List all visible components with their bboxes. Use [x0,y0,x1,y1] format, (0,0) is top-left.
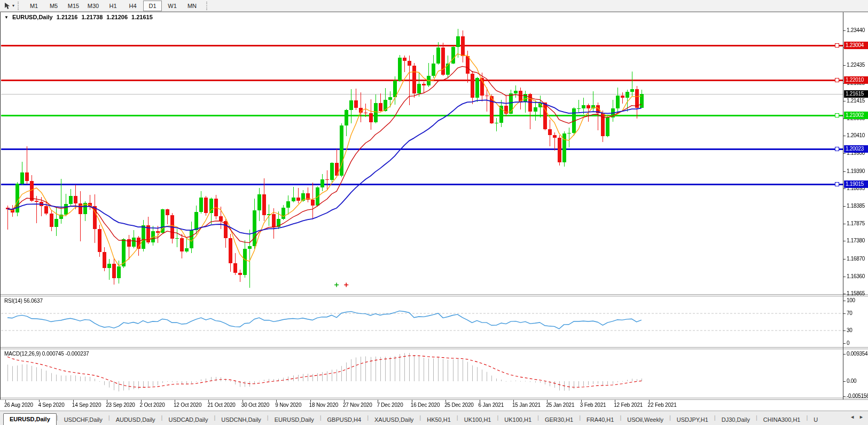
chart-tab-ger30-h1[interactable]: GER30,H1 [539,415,579,425]
timeframe-button-mn[interactable]: MN [183,1,201,11]
rsi-axis-label: 100 [847,297,855,303]
price-axis-label: 1.22435 [847,62,865,68]
chart-tab-usdcad-daily[interactable]: USDCAD,Daily [162,415,214,425]
chart-title: ▼ EURUSD,Daily 1.21216 1.21738 1.21206 1… [4,14,153,20]
timeframe-button-m30[interactable]: M30 [84,1,103,11]
price-axis-label: 1.20410 [847,132,865,138]
chart-tab-usdchf-daily[interactable]: USDCHF,Daily [58,415,108,425]
chart-tab-usdjpy-h1[interactable]: USDJPY,H1 [671,415,714,425]
macd-label: MACD(12,26,9) 0.000745 -0.000237 [4,351,89,357]
date-label: 6 Jan 2021 [479,402,504,408]
date-label: 18 Nov 2020 [309,402,339,408]
metatrader-window: ▾ M1M5M15M30H1H4D1W1MN ▼ EURUSD,Daily 1.… [0,0,868,425]
date-label: 22 Feb 2021 [648,402,677,408]
hline-price-tag[interactable]: 1.21002 [844,112,868,119]
date-label: 25 Jan 2021 [546,402,574,408]
chart-tab-gbpusd-h4[interactable]: GBPUSD,H4 [322,415,367,425]
price-axis-label: 1.17875 [847,221,865,226]
rsi-axis-label: 70 [847,310,853,316]
cursor-tool-icon[interactable] [2,2,12,10]
timeframe-button-m1[interactable]: M1 [25,1,43,11]
price-axis-label: 1.23440 [847,27,865,33]
timeframe-button-d1[interactable]: D1 [143,1,162,11]
hline-price-tag[interactable]: 1.20023 [844,145,868,153]
chart-tab-u[interactable]: U [808,415,824,425]
price-axis-label: 1.19390 [847,168,865,174]
chart-tab-uk100-h1[interactable]: UK100,H1 [498,415,537,425]
symbol-dropdown-icon[interactable]: ▼ [4,15,9,20]
tab-scroll-left-icon[interactable]: ◄ [850,414,855,420]
date-label: 21 Oct 2020 [207,402,235,408]
price-axis-label: 1.15865 [847,290,865,296]
chart-tabs-bar: EURUSD,Daily|USDCHF,Daily|AUDUSD,Daily|U… [0,411,868,425]
date-label: 14 Sep 2020 [72,402,101,408]
rsi-label: RSI(14) 56.0637 [4,298,43,304]
date-label: 4 Sep 2020 [38,402,64,408]
toolbar: ▾ M1M5M15M30H1H4D1W1MN [0,0,868,12]
date-label: 16 Dec 2020 [411,402,440,408]
price-axis-label: 1.16360 [847,273,865,279]
chart-tab-fra40-h1[interactable]: FRA40,H1 [581,415,620,425]
chart-tab-uk100-h1[interactable]: UK100,H1 [458,415,497,425]
chart-close-value: 1.21615 [131,14,153,20]
date-label: 7 Dec 2020 [377,402,403,408]
date-label: 25 Dec 2020 [444,402,474,408]
price-chart-canvas[interactable] [0,0,868,425]
date-label: 2 Oct 2020 [140,402,165,408]
macd-axis-label: 0.00 [847,378,856,384]
timeframe-button-m5[interactable]: M5 [44,1,63,11]
date-label: 9 Nov 2020 [275,402,301,408]
timeframe-button-h4[interactable]: H4 [123,1,142,11]
rsi-axis-label: 30 [847,327,853,333]
tab-scroll-right-icon[interactable]: ► [859,414,864,420]
current-price-tag: 1.21615 [844,90,868,98]
toolbar-grip-end [206,2,209,10]
date-label: 27 Nov 2020 [343,402,372,408]
timeframe-button-h1[interactable]: H1 [104,1,122,11]
date-label: 15 Jan 2021 [512,402,541,408]
chart-low-value: 1.21206 [106,14,128,20]
date-label: 3 Feb 2021 [580,402,606,408]
macd-axis-label: 0.009354 [847,351,867,357]
chart-open-value: 1.21216 [57,14,78,20]
timeframe-button-m15[interactable]: M15 [64,1,83,11]
chart-tab-hk50-h1[interactable]: HK50,H1 [421,415,457,425]
date-label: 30 Oct 2020 [241,402,269,408]
chart-tab-usdcnh-daily[interactable]: USDCNH,Daily [215,415,267,425]
date-label: 12 Oct 2020 [174,402,201,408]
price-axis-label: 1.17380 [847,238,865,243]
chart-tab-eurusd-daily[interactable]: EURUSD,Daily [269,415,320,425]
chart-tab-china300-h1[interactable]: CHINA300,H1 [757,415,807,425]
rsi-axis-label: 0 [847,340,849,346]
price-axis-label: 1.18385 [847,203,865,209]
price-axis-label: 1.21415 [847,98,865,104]
date-label: 12 Feb 2021 [614,402,643,408]
chart-tab-xauusd-daily[interactable]: XAUUSD,Daily [369,415,419,425]
hline-price-tag[interactable]: 1.19015 [844,180,868,188]
chart-tab-eurusd-daily[interactable]: EURUSD,Daily [3,413,57,425]
price-axis-label: 1.16870 [847,256,865,262]
date-label: 26 Aug 2020 [4,402,33,408]
chart-tab-audusd-daily[interactable]: AUDUSD,Daily [110,415,161,425]
tool-dropdown-caret-icon[interactable]: ▾ [12,3,14,8]
hline-price-tag[interactable]: 1.23004 [844,42,868,49]
tab-scrollers: ◄► [848,414,868,422]
macd-axis-label: -0.005156 [847,393,868,399]
timeframe-button-group: M1M5M15M30H1H4D1W1MN [24,1,202,11]
toolbar-grip [18,2,21,10]
chart-tab-usoil-weekly[interactable]: USOil,Weekly [621,415,669,425]
chart-symbol-label: EURUSD,Daily [12,14,53,20]
timeframe-button-w1[interactable]: W1 [163,1,182,11]
date-label: 23 Sep 2020 [106,402,135,408]
hline-price-tag[interactable]: 1.22010 [844,76,868,84]
chart-high-value: 1.21738 [81,14,103,20]
chart-tab-dj30-daily[interactable]: DJ30,Daily [716,415,756,425]
